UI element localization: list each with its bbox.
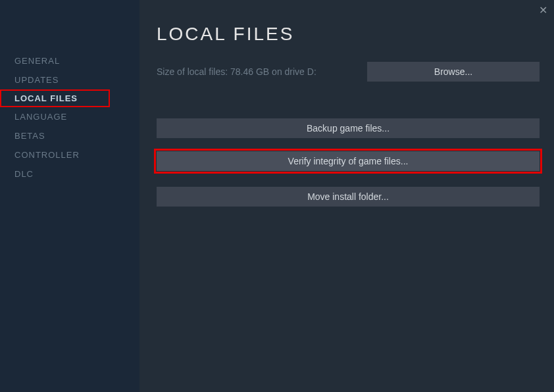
sidebar-item-local-files[interactable]: LOCAL FILES xyxy=(0,89,110,107)
backup-game-files-button[interactable]: Backup game files... xyxy=(157,118,540,138)
verify-integrity-button[interactable]: Verify integrity of game files... xyxy=(157,151,540,171)
size-row: Size of local files: 78.46 GB on drive D… xyxy=(157,62,540,82)
close-icon[interactable]: ✕ xyxy=(539,5,547,16)
sidebar-item-betas[interactable]: BETAS xyxy=(0,126,139,145)
sidebar-item-dlc[interactable]: DLC xyxy=(0,164,139,184)
browse-button[interactable]: Browse... xyxy=(367,62,540,82)
sidebar: GENERAL UPDATES LOCAL FILES LANGUAGE BET… xyxy=(0,0,139,392)
sidebar-item-controller[interactable]: CONTROLLER xyxy=(0,145,139,164)
move-install-folder-button[interactable]: Move install folder... xyxy=(157,187,540,207)
sidebar-item-updates[interactable]: UPDATES xyxy=(0,70,139,89)
sidebar-item-language[interactable]: LANGUAGE xyxy=(0,107,139,126)
size-text: Size of local files: 78.46 GB on drive D… xyxy=(157,66,316,77)
panel-title: LOCAL FILES xyxy=(157,24,540,45)
panel-local-files: LOCAL FILES Size of local files: 78.46 G… xyxy=(139,0,554,392)
sidebar-item-general[interactable]: GENERAL xyxy=(0,51,139,70)
